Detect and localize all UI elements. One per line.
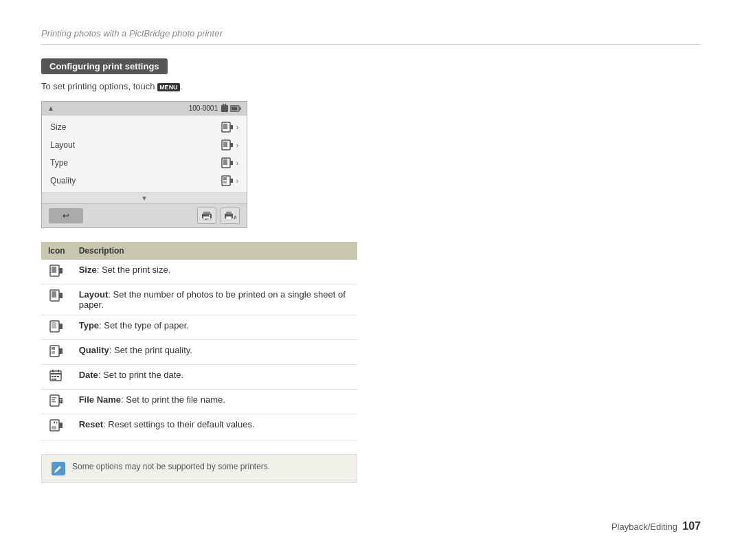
svg-rect-33 (52, 291, 56, 298)
action-icons: ALL (197, 208, 240, 224)
svg-rect-44 (52, 370, 54, 372)
svg-rect-16 (223, 177, 227, 180)
table-row: Type: Set the type of paper. (41, 315, 357, 340)
table-header-row: Icon Description (41, 242, 357, 260)
page-container: Printing photos with a PictBridge photo … (0, 0, 742, 560)
quality-icon (49, 345, 63, 357)
svg-rect-2 (225, 104, 226, 107)
menu-keyword: MENU (157, 83, 180, 91)
section-title-badge: Configuring print settings (41, 58, 168, 74)
camera-screen: ▲ 100-0001 (41, 101, 247, 228)
svg-rect-14 (230, 161, 233, 165)
table-header-icon: Icon (41, 242, 72, 260)
table-row: Size: Set the print size. (41, 260, 357, 284)
pencil-icon (54, 464, 63, 473)
svg-rect-27 (226, 216, 232, 220)
svg-rect-1 (223, 104, 224, 107)
table-icon-cell (41, 340, 72, 365)
type-menu-icon (221, 157, 234, 168)
back-button[interactable]: ↩ (49, 208, 83, 223)
footer-label: Playback/Editing (611, 522, 677, 532)
svg-rect-59 (59, 423, 63, 428)
svg-rect-43 (50, 373, 61, 374)
table-icon-cell (41, 365, 72, 390)
size-icon (49, 265, 63, 277)
file-info: 100-0001 (189, 104, 241, 113)
table-desc-cell: File Name: Set to print the file name. (72, 390, 357, 414)
layout-menu-icon (221, 139, 234, 150)
svg-rect-23 (205, 219, 207, 220)
battery-indicator (221, 104, 241, 113)
camera-menu-row-size: Size › (42, 118, 247, 136)
print-all-icon: ALL (224, 211, 236, 221)
note-text: Some options may not be supported by som… (72, 462, 270, 471)
intro-text: To set printing options, touch MENU. (41, 81, 701, 91)
camera-menu-row-quality: Quality › (42, 172, 247, 190)
page-number: 107 (682, 520, 701, 532)
svg-rect-48 (57, 376, 59, 377)
svg-text:T: T (60, 399, 62, 403)
svg-rect-7 (223, 124, 227, 129)
svg-text:ALL: ALL (234, 215, 236, 220)
note-box: Some options may not be supported by som… (41, 454, 357, 483)
camera-menu-row-type: Type › (42, 154, 247, 172)
svg-rect-40 (52, 351, 55, 354)
svg-rect-46 (52, 376, 54, 377)
breadcrumb-section: Printing photos with a PictBridge photo … (41, 27, 701, 45)
svg-rect-37 (59, 324, 63, 329)
sd-card-icon (221, 104, 229, 113)
table-desc-cell: Date: Set to print the date. (72, 365, 357, 390)
svg-rect-49 (52, 379, 54, 380)
breadcrumb: Printing photos with a PictBridge photo … (41, 28, 223, 38)
svg-rect-45 (58, 370, 59, 372)
table-desc-cell: Reset: Reset settings to their default v… (72, 414, 357, 440)
table-row: T File Name: Set to print the file name. (41, 390, 357, 414)
svg-rect-58 (52, 426, 56, 429)
svg-rect-10 (223, 142, 227, 147)
svg-rect-47 (54, 376, 56, 377)
battery-icon (230, 105, 241, 112)
svg-rect-20 (203, 212, 210, 214)
table-row: Quality: Set the print quality. (41, 340, 357, 365)
note-icon (52, 462, 65, 475)
table-desc-cell: Type: Set the type of paper. (72, 315, 357, 340)
svg-rect-17 (223, 181, 227, 183)
up-arrow: ▲ (47, 104, 54, 112)
page-footer: Playback/Editing 107 (611, 520, 701, 533)
camera-screen-top: ▲ 100-0001 (42, 102, 247, 115)
svg-rect-50 (54, 379, 56, 380)
date-icon (49, 370, 63, 382)
svg-rect-41 (59, 348, 63, 354)
reset-icon (49, 419, 63, 433)
svg-rect-51 (50, 395, 59, 406)
svg-rect-11 (230, 143, 233, 147)
quality-menu-icon (221, 175, 234, 186)
print-all-action-icon[interactable]: ALL (221, 208, 240, 224)
svg-rect-4 (240, 107, 241, 110)
svg-rect-39 (52, 347, 55, 350)
svg-rect-5 (232, 107, 238, 110)
table-desc-cell: Quality: Set the print quality. (72, 340, 357, 365)
table-desc-cell: Layout: Set the number of photos to be p… (72, 284, 357, 315)
svg-rect-8 (230, 125, 233, 129)
svg-rect-31 (59, 268, 63, 273)
camera-menu-items: Size › Layout (42, 115, 247, 192)
svg-rect-54 (52, 401, 56, 403)
size-menu-icon (221, 122, 234, 133)
table-row: Reset: Reset settings to their default v… (41, 414, 357, 440)
svg-rect-18 (230, 179, 233, 183)
camera-screen-actions: ↩ AL (42, 203, 247, 227)
table-icon-cell (41, 284, 72, 315)
table-icon-cell (41, 260, 72, 284)
svg-rect-34 (59, 293, 63, 298)
printer-icon (201, 211, 212, 221)
svg-rect-30 (52, 267, 56, 273)
camera-menu-row-layout: Layout › (42, 136, 247, 154)
print-action-icon[interactable] (197, 208, 216, 224)
svg-rect-36 (52, 322, 56, 328)
table-row: Layout: Set the number of photos to be p… (41, 284, 357, 315)
svg-rect-52 (52, 397, 56, 399)
table-icon-cell (41, 414, 72, 440)
layout-icon (49, 289, 63, 302)
filename-icon: T (49, 394, 63, 407)
